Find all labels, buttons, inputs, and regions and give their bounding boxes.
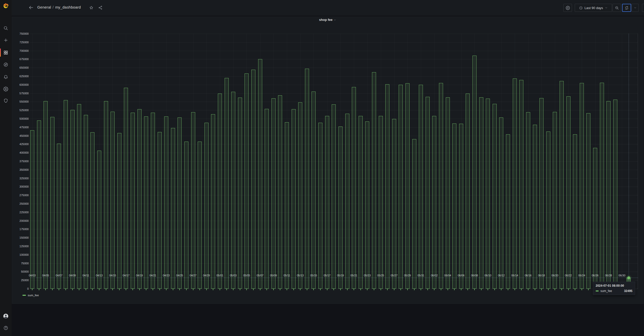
x-axis-tick-label: 06/14	[509, 274, 520, 277]
sidebar-item-help[interactable]	[0, 324, 12, 332]
bar	[385, 84, 389, 289]
x-axis-tick-mark	[119, 289, 120, 290]
refresh-interval-dropdown[interactable]	[632, 4, 639, 12]
x-axis-tick-label: 05/15	[308, 274, 319, 277]
bar	[292, 109, 296, 289]
y-axis-tick-label: 300000	[12, 185, 29, 188]
x-axis-tick-label: 05/07	[255, 274, 266, 277]
x-axis-tick-label: 04/11	[80, 274, 91, 277]
x-axis-tick-label: 05/27	[389, 274, 400, 277]
x-axis-tick-mark	[273, 289, 274, 290]
y-axis-tick-label: 575000	[12, 92, 29, 95]
x-axis-tick-label: 06/18	[536, 274, 547, 277]
bar	[57, 144, 61, 289]
bar	[332, 104, 336, 289]
bar-chart-plot-area[interactable]	[30, 34, 638, 289]
y-axis-tick-label: 625000	[12, 75, 29, 78]
bar	[573, 134, 577, 289]
y-axis-tick-label: 75000	[12, 262, 29, 265]
back-arrow-icon[interactable]	[28, 5, 34, 10]
refresh-button[interactable]	[622, 4, 631, 12]
bar	[586, 113, 590, 289]
bar	[278, 95, 282, 289]
share-icon[interactable]	[98, 6, 103, 10]
tooltip-timestamp: 2024-07-01 08:00:00	[596, 284, 632, 287]
y-axis-tick-label: 400000	[12, 151, 29, 154]
x-axis-tick-mark	[99, 289, 99, 290]
x-axis-tick-mark	[139, 289, 140, 290]
x-axis-tick-mark	[240, 289, 240, 290]
x-axis-tick-mark	[387, 289, 388, 290]
bar	[305, 69, 309, 289]
legend-item-sum-fee[interactable]: sum_fee	[22, 294, 39, 297]
bar	[472, 56, 477, 289]
x-axis-tick-label: 04/03	[27, 274, 38, 277]
x-axis-tick-mark	[535, 289, 535, 290]
y-axis-tick-label: 125000	[12, 245, 29, 248]
breadcrumb[interactable]: General/my_dashboard	[37, 5, 81, 9]
time-range-end-line	[638, 34, 638, 289]
cycle-view-mode-button[interactable]	[642, 4, 644, 12]
bar	[265, 109, 269, 289]
bar	[50, 117, 54, 289]
y-axis-tick-label: 25000	[12, 279, 29, 282]
panel-title[interactable]: shop fee	[12, 18, 643, 24]
breadcrumb-section[interactable]: General	[37, 5, 51, 9]
sidebar-item-search[interactable]	[0, 24, 12, 32]
x-axis-tick-mark	[400, 289, 401, 290]
bar	[466, 94, 470, 289]
sidebar-item-configuration[interactable]	[0, 85, 12, 93]
bar	[452, 123, 456, 289]
sidebar-item-create[interactable]	[0, 36, 12, 44]
bar	[84, 115, 88, 289]
sidebar-item-explore[interactable]	[0, 61, 12, 69]
sidebar-item-alerting[interactable]	[0, 73, 12, 81]
bar	[606, 101, 611, 289]
bar	[593, 148, 597, 289]
time-range-label: Last 90 days	[585, 6, 603, 10]
grafana-logo-icon	[3, 3, 9, 9]
zoom-out-button[interactable]	[613, 4, 621, 12]
x-axis-tick-mark	[92, 289, 93, 290]
plus-icon	[3, 38, 8, 43]
x-axis-tick-label: 04/21	[147, 274, 158, 277]
legend-series-label: sum_fee	[28, 294, 39, 297]
y-axis-tick-label: 175000	[12, 228, 29, 231]
bar	[439, 83, 443, 289]
question-circle-icon	[3, 325, 8, 330]
x-axis-tick-mark	[394, 289, 394, 290]
y-axis-tick-label: 100000	[12, 253, 29, 256]
bar	[566, 96, 570, 289]
sidebar-item-dashboards[interactable]	[0, 49, 12, 57]
sidebar-item-server-admin[interactable]	[0, 97, 12, 105]
x-axis-tick-mark	[588, 289, 589, 290]
y-axis-tick-label: 650000	[12, 66, 29, 69]
x-axis-tick-mark	[340, 289, 341, 290]
grid-line-h	[30, 93, 638, 94]
x-axis-tick-label: 05/01	[214, 274, 225, 277]
user-avatar[interactable]	[0, 312, 12, 320]
bar	[71, 110, 75, 289]
bar	[111, 112, 115, 289]
bar	[506, 134, 510, 289]
dashboard-panel: shop fee sum_fee 2024-07-01 08:00:00 sum…	[12, 17, 643, 304]
sidebar	[0, 0, 12, 336]
dashboard-settings-button[interactable]	[563, 4, 572, 12]
bar	[205, 123, 209, 289]
grafana-logo[interactable]	[0, 2, 12, 10]
x-axis-tick-label: 06/16	[523, 274, 534, 277]
y-axis-tick-label: 50000	[12, 270, 29, 273]
bar	[272, 98, 276, 289]
x-axis-tick-mark	[287, 289, 287, 290]
time-range-picker[interactable]: Last 90 days	[575, 4, 612, 12]
x-axis-tick-mark	[508, 289, 508, 290]
bar	[405, 83, 410, 289]
x-axis-tick-mark	[515, 289, 515, 290]
star-icon[interactable]	[89, 6, 93, 10]
bar	[499, 117, 503, 289]
grid-line-h	[30, 59, 638, 59]
y-axis-tick-label: 750000	[12, 32, 29, 35]
x-axis-tick-mark	[541, 289, 542, 290]
x-axis-tick-mark	[575, 289, 575, 290]
bar	[285, 122, 289, 289]
